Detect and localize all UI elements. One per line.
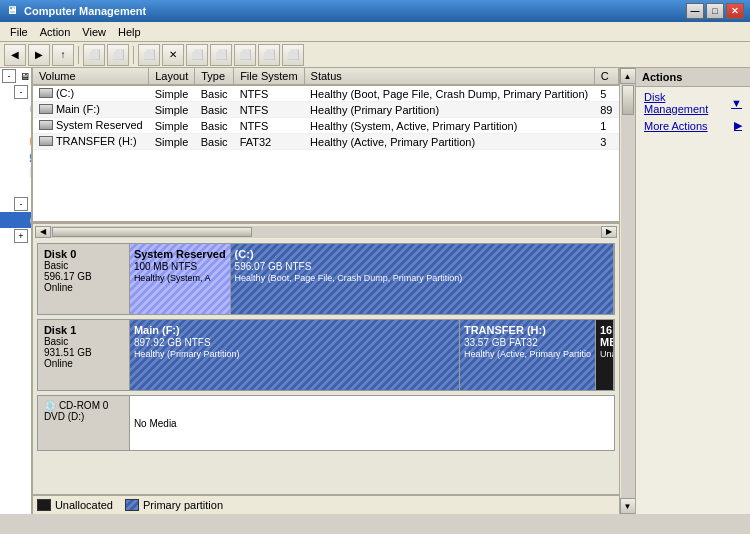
back-button[interactable]: ◀: [4, 44, 26, 66]
primary-label: Primary partition: [143, 499, 223, 511]
show-hide-button[interactable]: ⬜: [83, 44, 105, 66]
tree-event-viewer[interactable]: 📋 Event Viewer: [0, 116, 31, 132]
close-button[interactable]: ✕: [726, 3, 744, 19]
cell-layout-1: Simple: [149, 102, 195, 118]
toolbar-btn-5[interactable]: ✕: [162, 44, 184, 66]
col-volume[interactable]: Volume: [33, 68, 149, 85]
more-actions-arrow: ▶: [734, 119, 742, 132]
tree-local-users[interactable]: 👥 Local Users and Groups: [0, 148, 31, 164]
scroll-left-btn[interactable]: ◀: [35, 226, 51, 238]
disk1-f-fs: 897.92 GB NTFS: [134, 337, 455, 348]
disk0-sysres-status: Healthy (System, A: [134, 273, 226, 283]
tree-device-manager[interactable]: 🖥 Device Manager: [0, 180, 31, 196]
maximize-button[interactable]: □: [706, 3, 724, 19]
menu-action[interactable]: Action: [34, 25, 77, 39]
up-button[interactable]: ↑: [52, 44, 74, 66]
table-row[interactable]: TRANSFER (H:) Simple Basic FAT32 Healthy…: [33, 134, 619, 150]
cdrom-media-status: No Media: [134, 418, 177, 429]
table-h-scrollbar[interactable]: ◀ ▶: [33, 223, 619, 239]
toolbar-btn-4[interactable]: ⬜: [138, 44, 160, 66]
tree-storage[interactable]: - 💾 Storage: [0, 196, 31, 212]
tree-shared-folders[interactable]: 📂 Shared Folders: [0, 132, 31, 148]
scroll-down-btn[interactable]: ▼: [620, 498, 636, 514]
cell-type-3: Basic: [195, 134, 234, 150]
disk1-partition-f[interactable]: Main (F:) 897.92 GB NTFS Healthy (Primar…: [130, 320, 460, 390]
tree-root[interactable]: - 🖥 Computer Management (Local: [0, 68, 31, 84]
disk0-sysres-fs: 100 MB NTFS: [134, 261, 226, 272]
action-more-actions[interactable]: More Actions ▶: [636, 117, 750, 134]
tree-panel: - 🖥 Computer Management (Local - 📁 Syste…: [0, 68, 33, 514]
toolbar-btn-3[interactable]: ⬜: [107, 44, 129, 66]
disk0-partition-sysres[interactable]: System Reserved 100 MB NTFS Healthy (Sys…: [130, 244, 231, 314]
toolbar-btn-10[interactable]: ⬜: [282, 44, 304, 66]
cell-fs-0: NTFS: [234, 85, 304, 102]
storage-expander[interactable]: -: [14, 197, 28, 211]
disk1-partition-h[interactable]: TRANSFER (H:) 33.57 GB FAT32 Healthy (Ac…: [460, 320, 596, 390]
cdrom-content: No Media: [130, 396, 614, 450]
cell-fs-3: FAT32: [234, 134, 304, 150]
disk1-unalloc-size: 16 MB: [600, 324, 609, 348]
col-layout[interactable]: Layout: [149, 68, 195, 85]
forward-button[interactable]: ▶: [28, 44, 50, 66]
title-text: Computer Management: [24, 5, 146, 17]
table-row[interactable]: (C:) Simple Basic NTFS Healthy (Boot, Pa…: [33, 85, 619, 102]
cell-volume-3: TRANSFER (H:): [33, 134, 149, 150]
h-scroll-track[interactable]: [51, 226, 601, 238]
unallocated-label: Unallocated: [55, 499, 113, 511]
disk1-partition-unalloc[interactable]: 16 MB Unallo: [596, 320, 614, 390]
menu-view[interactable]: View: [76, 25, 112, 39]
cell-type-1: Basic: [195, 102, 234, 118]
tree-task-scheduler[interactable]: 🕐 Task Scheduler: [0, 100, 31, 116]
scroll-up-btn[interactable]: ▲: [620, 68, 636, 84]
action-expand-icon: ▼: [731, 97, 742, 109]
col-filesystem[interactable]: File System: [234, 68, 304, 85]
h-scroll-thumb[interactable]: [52, 227, 252, 237]
disk-mgmt-action-label: Disk Management: [644, 91, 727, 115]
disk1-h-status: Healthy (Active, Primary Partitio: [464, 349, 591, 359]
col-capacity[interactable]: C: [594, 68, 618, 85]
disk0-partition-c[interactable]: (C:) 596.07 GB NTFS Healthy (Boot, Page …: [231, 244, 614, 314]
table-row[interactable]: Main (F:) Simple Basic NTFS Healthy (Pri…: [33, 102, 619, 118]
cell-cap-3: 3: [594, 134, 618, 150]
col-status[interactable]: Status: [304, 68, 594, 85]
menu-help[interactable]: Help: [112, 25, 147, 39]
tree-system-tools[interactable]: - 📁 System Tools: [0, 84, 31, 100]
scroll-thumb[interactable]: [622, 85, 634, 115]
cell-cap-1: 89: [594, 102, 618, 118]
computer-icon: 🖥: [18, 69, 32, 83]
tree-performance[interactable]: 📊 Performance: [0, 164, 31, 180]
app-icon: 🖥: [6, 4, 20, 18]
tree-services[interactable]: + ⚙ Services and Applications: [0, 228, 31, 244]
table-area: Volume Layout Type File System Status C: [33, 68, 619, 223]
col-type[interactable]: Type: [195, 68, 234, 85]
toolbar-btn-8[interactable]: ⬜: [234, 44, 256, 66]
right-panel: Volume Layout Type File System Status C: [33, 68, 750, 514]
actions-panel: Actions Disk Management ▼ More Actions ▶: [635, 68, 750, 514]
tree-disk-management[interactable]: 💿 Disk Management: [0, 212, 31, 228]
toolbar: ◀ ▶ ↑ ⬜ ⬜ ⬜ ✕ ⬜ ⬜ ⬜ ⬜ ⬜: [0, 42, 750, 68]
cdrom-type: DVD (D:): [44, 411, 123, 422]
disk0-sysres-name: System Reserved: [134, 248, 226, 260]
scroll-right-btn[interactable]: ▶: [601, 226, 617, 238]
sys-tools-expander[interactable]: -: [14, 85, 28, 99]
content-area: Volume Layout Type File System Status C: [33, 68, 619, 514]
toolbar-btn-9[interactable]: ⬜: [258, 44, 280, 66]
toolbar-btn-7[interactable]: ⬜: [210, 44, 232, 66]
cell-volume-0: (C:): [33, 85, 149, 102]
table-row[interactable]: System Reserved Simple Basic NTFS Health…: [33, 118, 619, 134]
toolbar-btn-6[interactable]: ⬜: [186, 44, 208, 66]
cell-layout-3: Simple: [149, 134, 195, 150]
cell-type-0: Basic: [195, 85, 234, 102]
cdrom-icon: 💿: [44, 400, 56, 411]
drive-icon-3: [39, 136, 53, 146]
minimize-button[interactable]: —: [686, 3, 704, 19]
action-disk-mgmt[interactable]: Disk Management ▼: [636, 89, 750, 117]
cell-cap-2: 1: [594, 118, 618, 134]
cell-layout-0: Simple: [149, 85, 195, 102]
scroll-track[interactable]: [621, 84, 635, 498]
services-expander[interactable]: +: [14, 229, 28, 243]
menu-file[interactable]: File: [4, 25, 34, 39]
legend-primary: Primary partition: [125, 499, 223, 511]
root-expander[interactable]: -: [2, 69, 16, 83]
v-scrollbar[interactable]: ▲ ▼: [619, 68, 635, 514]
